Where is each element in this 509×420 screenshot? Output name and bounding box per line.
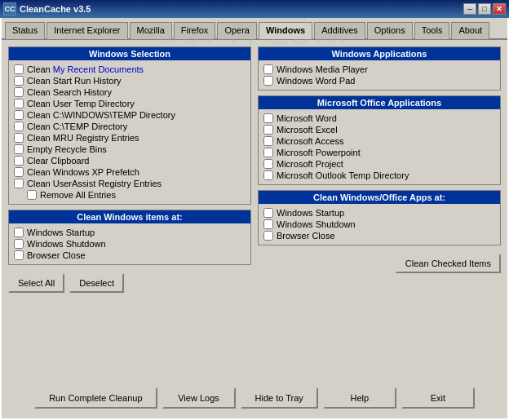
checkbox-prefetch[interactable] <box>14 167 24 177</box>
windows-selection-header: Windows Selection <box>9 47 250 60</box>
tab-firefox[interactable]: Firefox <box>174 22 216 39</box>
select-all-button[interactable]: Select All <box>8 273 64 293</box>
left-button-row: Select All Deselect <box>8 270 251 293</box>
list-item: Microsoft Access <box>263 135 495 147</box>
checkbox-ms-project[interactable] <box>263 159 273 169</box>
list-item: Clean Search History <box>14 86 246 98</box>
windows-schedule-section: Clean Windows items at: Windows Startup … <box>8 210 251 265</box>
tab-bar: Status Internet Explorer Mozilla Firefox… <box>2 18 507 40</box>
list-item: Microsoft Word <box>263 113 495 124</box>
list-item: Clean UserAssist Registry Entries <box>14 178 246 189</box>
windows-apps-header: Windows Applications <box>259 47 500 60</box>
title-text: CleanCache v3.5 <box>20 4 463 14</box>
windows-schedule-body: Windows Startup Windows Shutdown Browser… <box>9 223 250 264</box>
exit-button[interactable]: Exit <box>401 387 475 409</box>
checkbox-remove-all[interactable] <box>27 190 37 200</box>
checkbox-office-startup[interactable] <box>263 208 273 218</box>
checkbox-search-history[interactable] <box>14 87 24 97</box>
run-cleanup-button[interactable]: Run Complete Cleanup <box>34 387 157 409</box>
list-item: Windows Shutdown <box>14 238 246 250</box>
windows-schedule-header: Clean Windows items at: <box>9 210 250 223</box>
checkbox-office-shutdown[interactable] <box>263 219 273 229</box>
checkbox-wordpad[interactable] <box>263 76 273 86</box>
list-item: Windows Word Pad <box>263 75 495 86</box>
tab-ie[interactable]: Internet Explorer <box>46 22 127 39</box>
tab-options[interactable]: Options <box>367 22 413 39</box>
view-logs-button[interactable]: View Logs <box>162 387 236 409</box>
checkbox-win-startup[interactable] <box>14 228 24 237</box>
list-item: Remove All Entries <box>14 189 246 201</box>
list-item: Clean User Temp Directory <box>14 98 246 109</box>
checkbox-mru-registry[interactable] <box>14 133 24 143</box>
list-item: Windows Shutdown <box>263 219 495 230</box>
checkbox-c-temp[interactable] <box>14 122 24 131</box>
tab-additives[interactable]: Additives <box>314 22 365 39</box>
tab-tools[interactable]: Tools <box>414 22 450 39</box>
checkbox-user-temp[interactable] <box>14 99 24 108</box>
deselect-button[interactable]: Deselect <box>69 273 124 293</box>
window-controls: ─ □ ✕ <box>463 3 506 15</box>
list-item: Clean Windows XP Prefetch <box>14 166 246 178</box>
windows-apps-section: Windows Applications Windows Media Playe… <box>258 46 501 91</box>
titlebar: CC CleanCache v3.5 ─ □ ✕ <box>0 0 509 18</box>
list-item: Microsoft Project <box>263 158 495 170</box>
tab-about[interactable]: About <box>451 22 489 39</box>
maximize-button[interactable]: □ <box>478 3 491 15</box>
minimize-button[interactable]: ─ <box>463 3 476 15</box>
list-item: Clean C:\WINDOWS\TEMP Directory <box>14 109 246 121</box>
windows-apps-body: Windows Media Player Windows Word Pad <box>259 60 500 90</box>
checkbox-ms-powerpoint[interactable] <box>263 148 273 157</box>
office-schedule-body: Windows Startup Windows Shutdown Browser… <box>259 204 500 245</box>
checkbox-media-player[interactable] <box>263 64 273 74</box>
list-item: Clean MRU Registry Entries <box>14 132 246 144</box>
list-item: Empty Recycle Bins <box>14 144 246 155</box>
checkbox-browser-close-right[interactable] <box>263 231 273 241</box>
close-button[interactable]: ✕ <box>493 3 506 15</box>
list-item: Clean C:\TEMP Directory <box>14 121 246 132</box>
checkbox-ms-outlook[interactable] <box>263 170 273 180</box>
checkbox-clipboard[interactable] <box>14 156 24 166</box>
tab-windows[interactable]: Windows <box>259 22 312 39</box>
office-apps-section: Microsoft Office Applications Microsoft … <box>258 95 501 185</box>
list-item: Windows Startup <box>14 227 246 238</box>
list-item: Microsoft Powerpoint <box>263 147 495 158</box>
tab-mozilla[interactable]: Mozilla <box>130 22 172 39</box>
office-apps-header: Microsoft Office Applications <box>259 96 500 109</box>
columns: Windows Selection Clean My Recent Docume… <box>8 46 501 382</box>
footer-button-row: Run Complete Cleanup View Logs Hide to T… <box>8 382 501 412</box>
left-column: Windows Selection Clean My Recent Docume… <box>8 46 251 382</box>
checkbox-browser-close-left[interactable] <box>14 250 24 260</box>
list-item: Windows Media Player <box>263 64 495 75</box>
help-button[interactable]: Help <box>323 387 396 409</box>
app-icon: CC <box>3 2 16 15</box>
checkbox-start-run[interactable] <box>14 76 24 86</box>
checkbox-userassist[interactable] <box>14 179 24 188</box>
checkbox-win-shutdown[interactable] <box>14 239 24 249</box>
list-item: Clear Clipboard <box>14 155 246 166</box>
windows-selection-body: Clean My Recent Documents Clean Start Ru… <box>9 60 250 204</box>
list-item: Microsoft Outlook Temp Directory <box>263 170 495 181</box>
tab-opera[interactable]: Opera <box>217 22 257 39</box>
checkbox-recent-docs[interactable] <box>14 64 24 74</box>
checkbox-ms-access[interactable] <box>263 136 273 146</box>
content-area: Windows Selection Clean My Recent Docume… <box>2 40 507 418</box>
list-item: Clean My Recent Documents <box>14 64 246 75</box>
office-schedule-header: Clean Windows/Office Apps at: <box>259 191 500 204</box>
checkbox-recycle[interactable] <box>14 144 24 154</box>
right-button-row: Clean Checked Items <box>258 250 501 273</box>
list-item: Windows Startup <box>263 207 495 219</box>
office-schedule-section: Clean Windows/Office Apps at: Windows St… <box>258 190 501 245</box>
hide-to-tray-button[interactable]: Hide to Tray <box>241 387 318 409</box>
checkbox-windows-temp[interactable] <box>14 110 24 120</box>
checkbox-ms-excel[interactable] <box>263 125 273 135</box>
list-item: Microsoft Excel <box>263 124 495 135</box>
right-column: Windows Applications Windows Media Playe… <box>258 46 501 382</box>
checkbox-ms-word[interactable] <box>263 113 273 123</box>
tab-status[interactable]: Status <box>5 22 45 39</box>
list-item: Browser Close <box>263 230 495 241</box>
list-item: Clean Start Run History <box>14 75 246 86</box>
main-window: SOFTPEDIA Status Internet Explorer Mozil… <box>0 18 509 420</box>
link-recent-docs[interactable]: My Recent Documents <box>53 64 144 74</box>
office-apps-body: Microsoft Word Microsoft Excel Microsoft… <box>259 109 500 184</box>
clean-checked-button[interactable]: Clean Checked Items <box>396 254 501 273</box>
